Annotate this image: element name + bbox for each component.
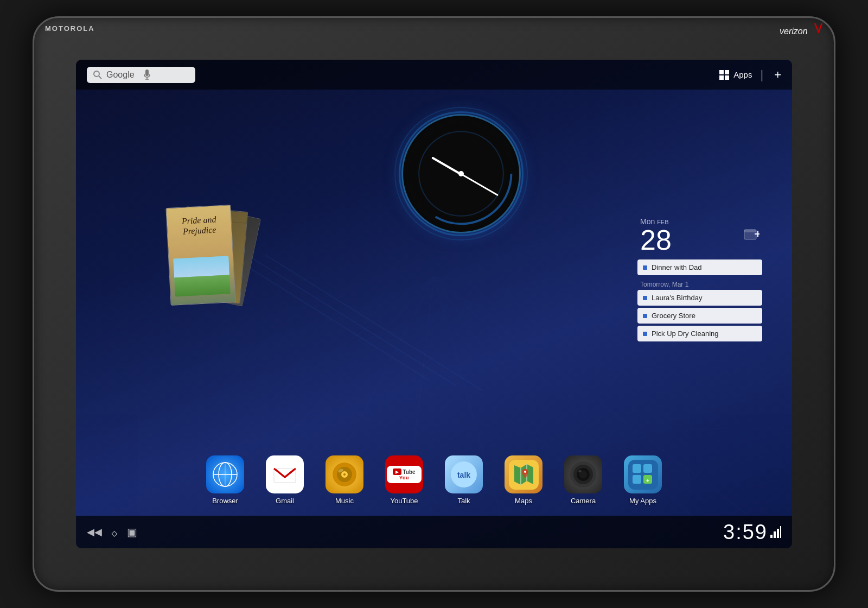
- event-dot: [643, 265, 647, 270]
- svg-rect-58: [774, 531, 776, 538]
- event-dot: [643, 296, 647, 300]
- calendar-date: 28: [640, 226, 672, 254]
- home-button[interactable]: ⬦: [110, 524, 119, 541]
- clock-time: 3:59: [723, 521, 768, 544]
- google-search-label: Google: [106, 70, 135, 80]
- time-display: 3:59: [723, 521, 781, 544]
- myapps-label: My Apps: [629, 497, 656, 505]
- browser-label: Browser: [212, 497, 238, 505]
- mic-icon[interactable]: [143, 69, 151, 80]
- music-label: Music: [335, 497, 354, 505]
- app-camera[interactable]: Camera: [559, 455, 608, 505]
- event-label: Grocery Store: [652, 312, 695, 320]
- book-title: Pride and Prejudice: [171, 213, 227, 237]
- app-music[interactable]: Music: [320, 455, 369, 505]
- event-dot: [643, 332, 647, 336]
- svg-rect-53: [643, 464, 652, 473]
- talk-icon: talk: [445, 455, 483, 493]
- back-button[interactable]: ◀◀: [87, 526, 102, 538]
- add-widget-button[interactable]: +: [774, 68, 781, 82]
- book-front[interactable]: Pride and Prejudice: [165, 205, 235, 306]
- gmail-icon: [266, 455, 304, 493]
- app-browser[interactable]: Browser: [201, 455, 250, 505]
- divider: |: [760, 68, 763, 82]
- myapps-icon: +: [624, 455, 662, 493]
- apps-label: Apps: [733, 70, 752, 79]
- calendar-add-button[interactable]: [744, 229, 760, 243]
- event-dot: [643, 314, 647, 318]
- signal-icon: [770, 526, 781, 538]
- event-grocery-store[interactable]: Grocery Store: [637, 308, 762, 324]
- tablet-device: MOTOROLA verizon: [33, 16, 835, 592]
- search-icon: [93, 71, 102, 79]
- maps-icon: [505, 455, 542, 493]
- svg-line-5: [434, 277, 510, 548]
- camera-label: Camera: [571, 497, 596, 505]
- svg-point-39: [343, 473, 346, 476]
- talk-label: Talk: [457, 497, 470, 505]
- app-gmail[interactable]: Gmail: [260, 455, 309, 505]
- svg-line-6: [434, 277, 618, 548]
- app-maps[interactable]: Maps: [499, 455, 548, 505]
- top-right-controls: Apps | +: [719, 68, 781, 82]
- svg-rect-27: [744, 230, 756, 232]
- svg-rect-54: [633, 475, 641, 484]
- books-widget[interactable]: Pride and Prejudice: [163, 206, 271, 331]
- calendar-header: Mon FEB 28: [637, 217, 762, 254]
- calendar-widget[interactable]: Mon FEB 28 Dinner with Dad: [637, 217, 762, 344]
- event-dinner-with-dad[interactable]: Dinner with Dad: [637, 259, 762, 275]
- recent-apps-button[interactable]: ▣: [127, 525, 137, 539]
- svg-line-14: [239, 250, 456, 385]
- app-myapps[interactable]: + My Apps: [618, 455, 667, 505]
- svg-rect-34: [271, 461, 298, 488]
- event-label: Dinner with Dad: [652, 263, 702, 271]
- svg-rect-52: [633, 464, 641, 473]
- youtube-icon: ▶ Tube You: [385, 455, 423, 493]
- event-label: Pick Up Dry Cleaning: [652, 330, 719, 338]
- clock-widget: [401, 114, 521, 233]
- bottom-nav-bar: ◀◀ ⬦ ▣ 3:59: [76, 516, 792, 548]
- svg-rect-51: [628, 460, 658, 490]
- app-talk[interactable]: talk Talk: [439, 455, 488, 505]
- camera-icon: [564, 455, 602, 493]
- browser-icon: [206, 455, 244, 493]
- app-youtube[interactable]: ▶ Tube You YouTube: [380, 455, 429, 505]
- svg-line-15: [266, 255, 483, 391]
- apps-button[interactable]: Apps: [719, 70, 752, 80]
- search-bar[interactable]: Google: [87, 67, 195, 83]
- calendar-day-info: Mon FEB 28: [640, 217, 672, 254]
- motorola-logo: MOTOROLA: [45, 24, 95, 33]
- svg-text:+: +: [646, 478, 649, 484]
- apps-row: Browser Gmail: [76, 455, 792, 505]
- event-lauras-birthday[interactable]: Laura's Birthday: [637, 290, 762, 306]
- clock-face: [401, 114, 521, 233]
- svg-point-17: [94, 71, 99, 77]
- clock-center-dot: [458, 171, 464, 176]
- tablet-screen: Google Apps | +: [76, 60, 792, 548]
- maps-label: Maps: [515, 497, 532, 505]
- tomorrow-label: Tomorrow, Mar 1: [637, 277, 762, 290]
- svg-rect-19: [145, 69, 149, 76]
- event-label: Laura's Birthday: [652, 294, 703, 302]
- svg-line-4: [401, 277, 434, 548]
- youtube-label: YouTube: [390, 497, 418, 505]
- svg-point-45: [524, 471, 526, 473]
- verizon-logo: verizon: [780, 22, 823, 40]
- gmail-label: Gmail: [276, 497, 294, 505]
- svg-line-18: [99, 76, 101, 79]
- nav-buttons: ◀◀ ⬦ ▣: [87, 524, 137, 541]
- svg-rect-59: [777, 529, 779, 538]
- svg-text:verizon: verizon: [780, 27, 808, 36]
- svg-rect-60: [780, 526, 781, 538]
- top-bar: Google Apps | +: [76, 60, 792, 90]
- svg-line-3: [293, 277, 434, 548]
- apps-grid-icon: [719, 70, 729, 80]
- event-dry-cleaning[interactable]: Pick Up Dry Cleaning: [637, 326, 762, 341]
- svg-text:talk: talk: [457, 471, 470, 479]
- music-icon: [326, 455, 363, 493]
- svg-rect-57: [770, 535, 773, 538]
